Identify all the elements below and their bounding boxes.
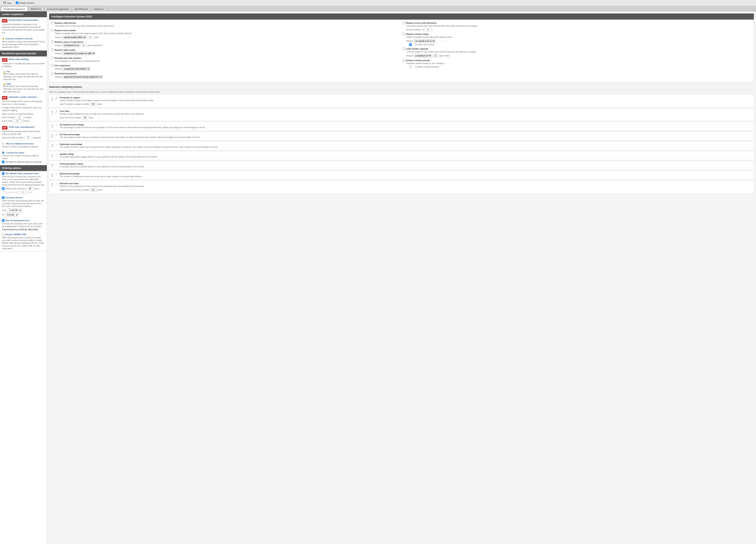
expiration-text: The number of orders vendor has received…	[60, 146, 752, 149]
drag-handle-professionalism[interactable]: ▲ ▼	[51, 163, 53, 167]
vendor-capacity-checkbox[interactable]	[403, 47, 405, 50]
default-order-exp-unit: hours	[34, 188, 39, 190]
use-supervisor-checkbox[interactable]	[51, 64, 54, 67]
mercury-network-radio[interactable]	[2, 142, 4, 145]
valid-license-checkbox[interactable]	[51, 22, 54, 24]
default-order-exp-input[interactable]	[26, 187, 33, 190]
mercury-network-name[interactable]: Mercury Network directory	[6, 142, 33, 145]
vendor-rating-select[interactable]: an overall score of	[414, 39, 435, 43]
drag-handle-revision[interactable]: ▲ ▼	[51, 182, 53, 187]
custom-fee-radio[interactable]	[2, 151, 4, 154]
fee-lock-icon: 🔒	[3, 71, 5, 73]
years-exp-input[interactable]	[81, 44, 87, 47]
default-bid-due-checkbox[interactable]	[2, 191, 5, 194]
turn-time-check: ✓	[55, 110, 58, 114]
exclude-past-due-checkbox[interactable]	[51, 57, 54, 59]
order-expiration-title[interactable]: Set default order expiration time	[5, 172, 39, 175]
auto-vendor-name[interactable]: Automatic vendor selection	[9, 96, 37, 98]
grace-period-checkbox[interactable]	[2, 196, 5, 199]
mercury-backup-checkbox[interactable]	[2, 161, 5, 163]
grace-to-select[interactable]: 9:00 AM	[5, 213, 19, 217]
consider-new-vendors-row: Consider new vendors	[403, 43, 752, 46]
drag-handle-proximity[interactable]: ▲ ▼	[51, 96, 53, 101]
reviewed-docs-checkbox[interactable]	[51, 72, 54, 75]
local-vendor-distance-input[interactable]	[87, 36, 93, 39]
save-button[interactable]: 💾 Save	[2, 1, 14, 5]
revision-ideal-input[interactable]	[90, 189, 97, 191]
tab-inspectors[interactable]: Inspectors	[91, 7, 106, 11]
fee-name[interactable]: Fee	[6, 70, 10, 73]
consider-unranked-checkbox[interactable]	[407, 66, 414, 68]
default-vendors-checkbox-label[interactable]: Default vendors	[16, 2, 34, 4]
years-exp-checkbox[interactable]	[51, 41, 54, 43]
stop-notify-input[interactable]	[24, 136, 33, 139]
valid-license-desc: Only select from vendors who have verifi…	[51, 25, 401, 27]
allow-bidding-item: OFF Allow order bidding Turning this on …	[0, 56, 47, 70]
save-label: Save	[7, 2, 12, 4]
drag-handle-expiration[interactable]: ▲ ▼	[51, 143, 53, 148]
grace-period-title[interactable]: Set grace period	[5, 196, 22, 199]
weighting-turn-time[interactable]: ▲ ▼ ✓ Turn time Number of days between t…	[49, 108, 754, 121]
consider-new-vendors-checkbox[interactable]	[407, 43, 414, 46]
vendor-rating-checkbox[interactable]	[403, 33, 405, 35]
double-blind-name[interactable]: Double-blind communication	[9, 19, 38, 21]
staff-vendor-control: Require assignment to a vendor on staff	[51, 52, 401, 55]
transaction-fees-title[interactable]: Pay all transaction fees	[5, 219, 29, 222]
local-vendor-checkbox[interactable]	[51, 29, 54, 32]
tab-agent-brokers[interactable]: Agent/Brokers	[72, 7, 91, 11]
vendor-capacity-select[interactable]: a maximum of	[414, 54, 432, 57]
expiration-title: Expiration percentage	[60, 143, 752, 145]
mismo-xml-title[interactable]: Require MISMO XML	[5, 233, 27, 236]
tab-residential-appraisers[interactable]: Residential appraisers	[1, 7, 28, 11]
weighting-acceptance[interactable]: ▲ ▼ ✓ Acceptance percentage The percenta…	[49, 122, 754, 131]
drag-handle-rework[interactable]: ▲ ▼	[51, 172, 53, 177]
mismo-xml-checkbox[interactable]	[2, 233, 5, 236]
staff-vendor-checkbox[interactable]	[51, 49, 54, 51]
amount-required-input[interactable]	[424, 28, 432, 31]
star-rating[interactable]: ☆☆☆☆☆	[436, 40, 451, 43]
default-order-exp-checkbox[interactable]	[2, 187, 5, 190]
weighting-professionalism[interactable]: ▲ ▼ ✓ Professionalism rating A compiled …	[49, 161, 754, 170]
canned-comment-name[interactable]: Canned comment override	[5, 37, 33, 40]
and-at-most-input[interactable]	[13, 120, 22, 122]
local-vendor-select[interactable]: vendor located within	[63, 36, 86, 39]
select-at-least-input[interactable]	[15, 116, 24, 119]
tab-commercial-appraisers[interactable]: Commercial appraisers	[44, 7, 72, 11]
rework-text: The number of assignments where the vend…	[60, 175, 752, 178]
vendor-priority-checkbox[interactable]	[403, 59, 405, 62]
drag-handle-acceptance[interactable]: ▲ ▼	[51, 123, 53, 128]
errors-omissions-checkbox[interactable]	[403, 22, 405, 24]
turn-time-ideal-input[interactable]	[81, 116, 89, 119]
proximity-ideal-input[interactable]	[90, 103, 97, 106]
transaction-fees-checkbox[interactable]	[2, 219, 5, 222]
revision-check: ✓	[55, 182, 58, 186]
supervisor-select[interactable]: a supervisor with trainees	[63, 67, 90, 71]
weighting-on-time[interactable]: ▲ ▼ ✓ On time percentage The percentage …	[49, 131, 754, 141]
vendor-priority-help-icon[interactable]: ?	[445, 62, 446, 64]
local-vendor-miles-label: miles	[94, 36, 99, 38]
drag-handle-on-time[interactable]: ▲ ▼	[51, 133, 53, 138]
grace-from-select[interactable]: 11:00 PM	[8, 209, 22, 212]
default-bid-due-input[interactable]	[19, 191, 26, 194]
consider-unranked-label: Consider unranked vendors	[415, 66, 439, 68]
tab-amc-firms[interactable]: AMC/Firms	[28, 7, 44, 11]
drag-handle-quality[interactable]: ▲ ▼	[51, 153, 53, 158]
weighting-expiration[interactable]: ▲ ▼ ✓ Expiration percentage The number o…	[49, 141, 754, 150]
years-exp-select[interactable]: a minimum of	[63, 44, 80, 47]
vendor-capacity-input[interactable]	[432, 54, 439, 57]
allow-bidding-name[interactable]: Allow order bidding	[9, 58, 29, 60]
drag-handle-turn-time[interactable]: ▲ ▼	[51, 110, 53, 115]
weighting-rework[interactable]: ▲ ▼ ✓ Rework percentage The number of as…	[49, 171, 754, 180]
auto-reassign-name[interactable]: Order auto reassignment	[9, 126, 34, 128]
proximity-text: vendors located closest to the subject p…	[60, 99, 752, 102]
weighting-proximity[interactable]: ▲ ▼ ✓ Proximity to subject vendors locat…	[49, 95, 754, 107]
custom-fee-name[interactable]: Custom fee panel	[6, 151, 24, 154]
iss-header: Intelligent Selection System (ISS)	[49, 14, 754, 20]
date-name[interactable]: Date	[6, 83, 11, 85]
reviewed-docs-select[interactable]: approved documents during assignment	[63, 75, 103, 79]
staff-vendor-select[interactable]: assignment to a vendor on staff	[63, 52, 95, 55]
order-expiration-checkbox[interactable]	[2, 172, 5, 175]
default-vendors-checkbox[interactable]	[16, 2, 18, 4]
weighting-revision-turn[interactable]: ▲ ▼ ✓ Revision turn time Number of hours…	[49, 180, 754, 193]
weighting-quality[interactable]: ▲ ▼ ✓ Quality rating A compiled rating t…	[49, 151, 754, 160]
